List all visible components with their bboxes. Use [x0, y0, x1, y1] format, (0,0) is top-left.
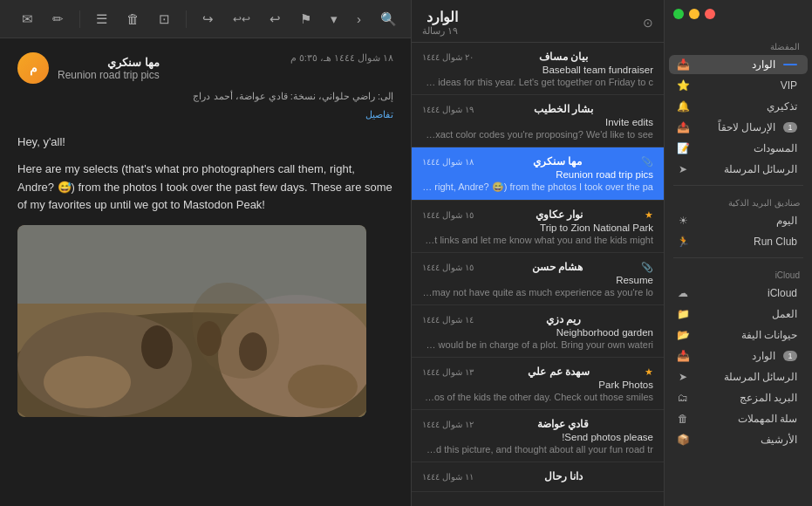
- email-date-2: ١٨ شوال ١٤٤٤: [422, 157, 474, 167]
- search-icon[interactable]: 🔍: [377, 8, 400, 31]
- reading-toolbar: 🔍 ‹ ▾ ⚑ ↩ ↩↩ ↪ ⊡ 🗑 ☰ ✏ ✉: [0, 0, 411, 38]
- sidebar-item-archive[interactable]: الأرشيف 📦: [669, 430, 808, 449]
- close-button[interactable]: [705, 9, 715, 19]
- sidebar-item-inbox2[interactable]: 1 الوارد 📥: [669, 346, 808, 366]
- dropdown-icon[interactable]: ▾: [327, 8, 341, 31]
- mail-icon[interactable]: ✉: [18, 8, 37, 31]
- sidebar-label-send-later: الإرسال لاحقاً: [694, 121, 775, 133]
- send-later-icon: 📤: [676, 121, 690, 133]
- sidebar-label-inbox2: الوارد: [694, 350, 775, 362]
- attachment-icon-2: 📎: [641, 156, 653, 168]
- sidebar-item-sent2[interactable]: الرسائل المرسلة ➤: [669, 367, 808, 386]
- sidebar-item-spam[interactable]: البريد المزعج 🗂: [669, 388, 808, 407]
- email-count: ١٩ رسالة: [422, 25, 458, 37]
- email-subject-0: Baseball team fundraiser: [422, 65, 653, 75]
- filter-icon[interactable]: ⊙: [643, 16, 653, 30]
- body-line1: Hey, y'all!: [17, 133, 393, 152]
- sidebar-item-drafts1[interactable]: المسودات 📝: [669, 139, 808, 158]
- fullscreen-button[interactable]: [673, 9, 684, 19]
- sidebar-label-drafts1: المسودات: [694, 142, 797, 154]
- inbox2-icon: 📥: [676, 350, 690, 362]
- email-item-7[interactable]: قادي عواضة ١٢ شوال ١٤٤٤ Send photos plea…: [412, 410, 664, 462]
- sidebar-label-work: العمل: [694, 308, 797, 320]
- reading-pane: 🔍 ‹ ▾ ⚑ ↩ ↩↩ ↪ ⊡ 🗑 ☰ ✏ ✉ ١٨ شوال ١٤٤٤ هـ…: [0, 0, 411, 506]
- email-item-2[interactable]: 📎 مها سنكري ١٨ شوال ١٤٤٤ Reunion road tr…: [412, 147, 664, 201]
- archive-icon: 📦: [676, 434, 690, 446]
- email-preview-5: We're in the early stages of planning a …: [422, 339, 653, 350]
- sidebar-item-trash[interactable]: سلة المهملات 🗑: [669, 409, 808, 428]
- icloud-icon: ☁: [676, 287, 690, 299]
- compose-icon[interactable]: ✏: [49, 8, 67, 31]
- email-sender-5: ريم دزي: [546, 313, 581, 325]
- sidebar: المفضلة الوارد 📥 VIP ⭐ تذكيري 🔔 1 الإرسا…: [664, 0, 812, 506]
- email-preview-7: Hi Danny, Remember that awesome trip we …: [422, 444, 653, 455]
- reading-sender: مها سنكري: [58, 56, 160, 69]
- email-body: Hey, y'all! Here are my selects (that's …: [17, 133, 393, 215]
- toolbar-separator2: [79, 10, 80, 28]
- inbox-icon: 📥: [676, 58, 690, 71]
- trash-icon: 🗑: [676, 413, 690, 425]
- inbox-badge: [783, 64, 797, 65]
- sidebar-item-inbox[interactable]: الوارد 📥: [669, 55, 808, 74]
- email-list-panel: ⊙ الوارد ١٩ رسالة بيان مساف ٢٠ شوال ١٤٤٤…: [411, 0, 664, 506]
- reply-all-icon[interactable]: ↩↩: [229, 10, 254, 29]
- photo-area: [17, 225, 366, 417]
- email-subject-2: Reunion road trip pics: [422, 169, 653, 180]
- sidebar-item-vip[interactable]: VIP ⭐: [669, 76, 808, 95]
- sidebar-item-animals[interactable]: حيوانات اليفة 📂: [669, 325, 808, 345]
- to-label: إلى:: [378, 91, 393, 101]
- sidebar-item-runclub[interactable]: Run Club 🏃: [669, 232, 808, 251]
- email-item-1[interactable]: بشار الخطيب ١٩ شوال ١٤٤٤ Invite edits He…: [412, 95, 664, 147]
- reading-date: ١٨ شوال ١٤٤٤ هـ، ٥:٣٥ م: [290, 52, 393, 64]
- reminders-icon: 🔔: [676, 100, 690, 113]
- email-subject-1: Invite edits: [422, 117, 653, 127]
- email-subject-7: Send photos please!: [422, 432, 653, 442]
- sidebar-item-sent1[interactable]: الرسائل المرسلة ➤: [669, 160, 808, 179]
- email-item-3[interactable]: ★ نوار عكاوي ١٥ شوال ١٤٤٤ Trip to Zion N…: [412, 201, 664, 253]
- email-date-3: ١٥ شوال ١٤٤٤: [422, 210, 474, 220]
- minimize-button[interactable]: [689, 9, 699, 19]
- sidebar-label-icloud: iCloud: [694, 287, 797, 299]
- sidebar-item-today[interactable]: اليوم ☀: [669, 211, 808, 230]
- sidebar-item-icloud[interactable]: iCloud ☁: [669, 284, 808, 303]
- sidebar-item-reminders[interactable]: تذكيري 🔔: [669, 97, 808, 116]
- flag-icon[interactable]: ⚑: [297, 8, 315, 31]
- email-date-4: ١٥ شوال ١٤٤٤: [422, 263, 474, 272]
- email-item-4[interactable]: 📎 هشام حسن ١٥ شوال ١٤٤٤ Resume I've atta…: [412, 253, 664, 305]
- sidebar-label-trash: سلة المهملات: [694, 413, 797, 425]
- email-subject-6: Park Photos: [422, 380, 653, 390]
- to-names: راضي حلواني، نسخة: قادي عواضة، أحمد دراج: [193, 91, 374, 101]
- email-sender-8: دانا رحال: [544, 470, 583, 482]
- sidebar-section-favorites: المفضلة: [665, 35, 812, 54]
- sidebar-label-today: اليوم: [694, 215, 797, 227]
- sidebar-item-work[interactable]: العمل 📁: [669, 304, 808, 324]
- archive-icon[interactable]: ⊡: [155, 8, 174, 31]
- divider1: [673, 185, 803, 186]
- email-list-header: ⊙ الوارد ١٩ رسالة: [412, 0, 664, 43]
- move-icon[interactable]: ☰: [92, 8, 111, 31]
- email-item-6[interactable]: ★ سهدة عم علي ١٣ شوال ١٤٤٤ Park Photos H…: [412, 358, 664, 410]
- email-sender-6: سهدة عم علي: [528, 366, 590, 378]
- trash-btn-icon[interactable]: 🗑: [123, 8, 143, 30]
- email-item-0[interactable]: بيان مساف ٢٠ شوال ١٤٤٤ Baseball team fun…: [412, 43, 664, 95]
- send-later-badge: 1: [783, 122, 797, 133]
- animals-icon: 📂: [676, 329, 690, 341]
- sidebar-item-send-later[interactable]: 1 الإرسال لاحقاً 📤: [669, 118, 808, 137]
- reply-icon[interactable]: ↩: [266, 8, 284, 31]
- sidebar-label-animals: حيوانات اليفة: [694, 329, 797, 341]
- email-item-5[interactable]: ريم دزي ١٤ شوال ١٤٤٤ Neighborhood garden…: [412, 305, 664, 358]
- sidebar-section-smart: صناديق البريد الذكية: [665, 191, 812, 210]
- sidebar-label-spam: البريد المزعج: [694, 392, 797, 404]
- star-icon-6: ★: [645, 366, 653, 378]
- sidebar-label-reminders: تذكيري: [694, 100, 797, 113]
- attachment-icon-4: 📎: [641, 262, 653, 273]
- spam-icon: 🗂: [676, 392, 690, 404]
- svg-rect-4: [17, 225, 366, 304]
- work-icon: 📁: [676, 308, 690, 320]
- email-from-block: مها سنكري Reunion road trip pics م: [17, 52, 160, 84]
- details-link[interactable]: تفاصيل: [365, 109, 393, 120]
- email-item-8[interactable]: دانا رحال ١١ شوال ١٤٤٤: [412, 462, 664, 492]
- email-sender-0: بيان مساف: [539, 51, 588, 63]
- forward-icon[interactable]: ↪: [199, 8, 217, 31]
- back-icon[interactable]: ‹: [353, 8, 365, 30]
